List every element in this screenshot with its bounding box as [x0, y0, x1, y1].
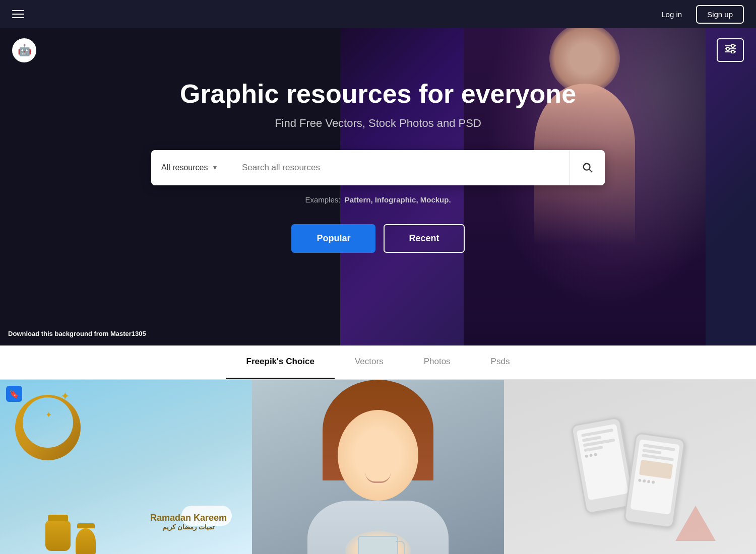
- filter-icon: [725, 44, 736, 53]
- hero-subtitle: Find Free Vectors, Stock Photos and PSD: [275, 117, 481, 130]
- phone-mockup: [504, 380, 756, 554]
- tab-vectors[interactable]: Vectors: [335, 345, 404, 379]
- triangle-decoration: [675, 506, 716, 541]
- popular-button[interactable]: Popular: [291, 224, 375, 253]
- nav-right: Log in Sign up: [655, 5, 744, 24]
- resource-type-dropdown[interactable]: All resources ▼: [151, 150, 232, 185]
- recent-button[interactable]: Recent: [384, 224, 464, 253]
- ramadan-text: Ramadan Kareem تميات رمضان كريم: [150, 513, 227, 531]
- search-examples: Examples: Pattern, Infographic, Mockup.: [305, 195, 451, 204]
- hero-attribution: Download this background from Master1305: [8, 330, 146, 337]
- chevron-down-icon: ▼: [212, 164, 218, 171]
- dropdown-label: All resources: [161, 163, 208, 172]
- examples-text: Pattern, Infographic, Mockup.: [345, 195, 451, 204]
- tab-psds[interactable]: Psds: [471, 345, 530, 379]
- resource-card-phones[interactable]: [504, 380, 756, 554]
- nav-left: [12, 10, 24, 18]
- hero-content: Graphic resources for everyone Find Free…: [0, 28, 756, 253]
- filter-button[interactable]: [717, 38, 744, 62]
- hero-section: 🤖 Graphic resources for everyone Find Fr…: [0, 28, 756, 345]
- hero-title: Graphic resources for everyone: [180, 79, 576, 109]
- category-tabs: Freepik's Choice Vectors Photos Psds: [0, 345, 756, 380]
- star-icon-2: ✦: [45, 410, 52, 420]
- svg-point-6: [583, 164, 590, 170]
- lantern-left: [45, 515, 71, 551]
- tab-photos[interactable]: Photos: [404, 345, 471, 379]
- top-navigation: Log in Sign up: [0, 0, 756, 28]
- resource-card-ramadan[interactable]: ✦ ✦ Ramadan Kareem تميات رمضان كريم 🔖: [0, 380, 252, 554]
- svg-point-4: [726, 47, 729, 50]
- svg-line-7: [589, 169, 592, 172]
- person-with-coffee: [252, 380, 504, 554]
- logo-icon: 🤖: [12, 38, 36, 62]
- svg-point-5: [731, 50, 734, 53]
- coffee-photo: [252, 380, 504, 554]
- search-icon: [582, 162, 593, 173]
- search-bar: All resources ▼: [151, 150, 605, 185]
- hamburger-menu-icon[interactable]: [12, 10, 24, 18]
- svg-point-3: [731, 44, 734, 47]
- ramadan-illustration: ✦ ✦ Ramadan Kareem تميات رمضان كريم: [0, 380, 252, 554]
- logo-robot-icon: 🤖: [18, 44, 31, 57]
- login-button[interactable]: Log in: [655, 6, 688, 23]
- search-input[interactable]: [232, 150, 570, 185]
- resource-grid: ✦ ✦ Ramadan Kareem تميات رمضان كريم 🔖: [0, 380, 756, 554]
- search-button[interactable]: [570, 150, 605, 185]
- star-icon: ✦: [60, 390, 70, 403]
- examples-prefix: Examples:: [305, 195, 340, 204]
- site-logo[interactable]: 🤖: [12, 38, 36, 62]
- moon-decoration: [15, 395, 81, 460]
- hero-buttons: Popular Recent: [291, 224, 464, 253]
- bookmark-icon[interactable]: 🔖: [6, 386, 22, 402]
- tab-freepiks-choice[interactable]: Freepik's Choice: [226, 345, 335, 379]
- resource-card-coffee[interactable]: [252, 380, 504, 554]
- lantern-right: [76, 523, 96, 554]
- signup-button[interactable]: Sign up: [696, 5, 744, 24]
